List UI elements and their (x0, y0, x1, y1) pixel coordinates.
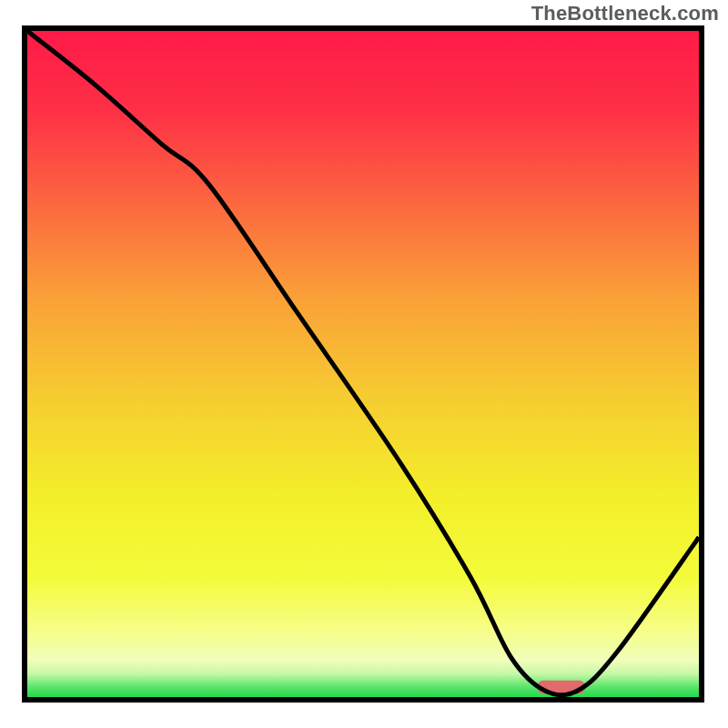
chart-plot-area (22, 25, 704, 703)
chart-background-gradient (27, 31, 699, 697)
watermark-text: TheBottleneck.com (531, 2, 719, 25)
chart-svg (27, 31, 699, 697)
